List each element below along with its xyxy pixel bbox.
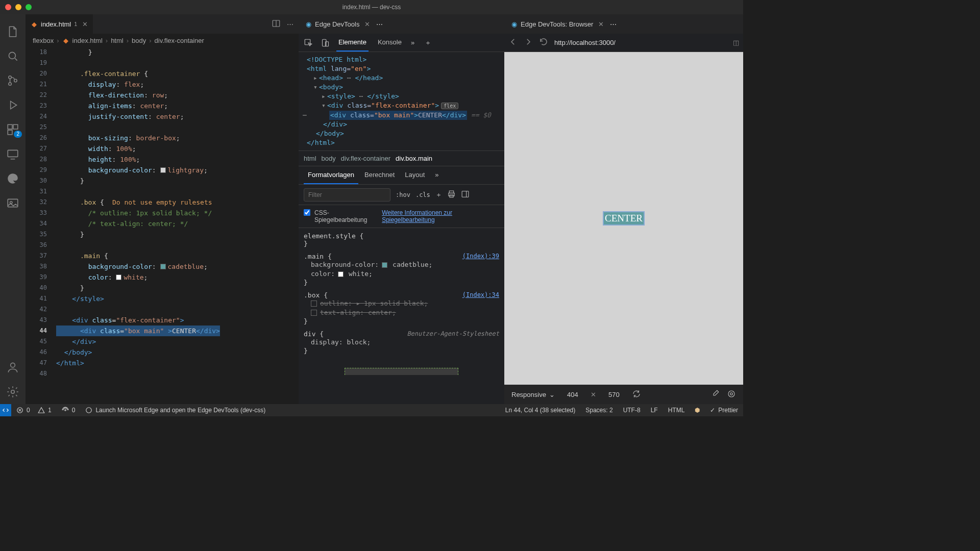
- status-spaces[interactable]: Spaces: 2: [580, 407, 618, 414]
- url-text[interactable]: http://localhost:3000/: [554, 39, 727, 46]
- viewport-mode[interactable]: Responsive ⌄: [511, 391, 555, 398]
- css-mirror-checkbox[interactable]: [304, 209, 310, 216]
- browser-preview[interactable]: CENTER: [504, 52, 743, 385]
- explorer-icon[interactable]: [1, 19, 25, 44]
- panel-icon[interactable]: [461, 190, 470, 200]
- css-mirror-link[interactable]: Weitere Informationen zur Spiegelbearbei…: [382, 209, 499, 223]
- code-editor[interactable]: 1819202122232425262728293031323334353637…: [26, 47, 299, 404]
- more-icon[interactable]: ⋯: [287, 20, 293, 28]
- more-icon[interactable]: ⋯: [376, 20, 383, 28]
- prop-toggle[interactable]: [311, 300, 317, 307]
- editor-tabbar: ◆ index.html 1 ✕ ⋯: [26, 14, 299, 34]
- editor-tab-index[interactable]: ◆ index.html 1 ✕: [26, 14, 93, 34]
- edge-icon: ◉: [510, 20, 518, 28]
- styles-filter-input[interactable]: [304, 188, 390, 202]
- svg-point-24: [86, 408, 92, 413]
- status-language[interactable]: HTML: [663, 407, 690, 414]
- status-selection[interactable]: Ln 44, Col 4 (38 selected): [500, 407, 580, 414]
- prop-toggle[interactable]: [311, 310, 317, 316]
- styles-tab[interactable]: Formatvorlagen: [304, 166, 358, 184]
- add-tab-icon[interactable]: ＋: [425, 38, 431, 47]
- target-icon[interactable]: [727, 389, 736, 400]
- breadcrumb-item[interactable]: index.html: [72, 37, 103, 44]
- nav-forward-icon[interactable]: [524, 37, 533, 48]
- dom-crumb[interactable]: body: [322, 155, 336, 162]
- close-icon[interactable]: ✕: [364, 20, 370, 28]
- account-icon[interactable]: [1, 355, 25, 380]
- preview-center-box: CENTER: [604, 212, 644, 224]
- status-prettier[interactable]: ✓ Prettier: [705, 407, 743, 414]
- viewport-width[interactable]: 404: [562, 391, 583, 398]
- svg-point-0: [9, 52, 15, 59]
- status-errors[interactable]: 0 1: [11, 407, 57, 414]
- edge-tools-icon[interactable]: [1, 166, 25, 191]
- svg-point-20: [728, 391, 734, 397]
- dom-crumb[interactable]: html: [304, 155, 316, 162]
- svg-rect-4: [8, 124, 12, 129]
- extensions-icon[interactable]: 2: [1, 117, 25, 142]
- new-style-icon[interactable]: ＋: [435, 190, 442, 199]
- console-tab[interactable]: Konsole: [376, 34, 404, 52]
- device-icon[interactable]: [320, 38, 329, 47]
- dom-tree[interactable]: <!DOCTYPE html> <html lang="en"> ▸<head>…: [299, 52, 504, 151]
- status-eol[interactable]: LF: [646, 407, 663, 414]
- browser-tab[interactable]: ◉ Edge DevTools: Browser ✕: [504, 14, 610, 34]
- status-eslint[interactable]: ⬢: [690, 407, 705, 414]
- rule-source-link[interactable]: (Index):39: [462, 253, 499, 260]
- html-file-icon: ◆: [31, 20, 38, 28]
- source-control-icon[interactable]: [1, 68, 25, 93]
- hov-toggle[interactable]: :hov: [396, 191, 410, 198]
- breadcrumb-item[interactable]: html: [111, 37, 124, 44]
- status-port[interactable]: 0: [57, 407, 81, 414]
- status-encoding[interactable]: UTF-8: [618, 407, 646, 414]
- dom-crumb[interactable]: div.flex-container: [341, 155, 390, 162]
- status-launch[interactable]: Launch Microsoft Edge and open the Edge …: [80, 407, 271, 414]
- more-icon[interactable]: ⋯: [610, 20, 617, 28]
- svg-rect-5: [13, 124, 18, 129]
- elements-tab[interactable]: Elemente: [336, 34, 369, 52]
- svg-rect-7: [8, 150, 18, 157]
- overflow-icon[interactable]: »: [431, 166, 443, 184]
- remote-icon[interactable]: [1, 142, 25, 166]
- cls-toggle[interactable]: .cls: [415, 191, 430, 198]
- dom-breadcrumbs: html body div.flex-container div.box.mai…: [299, 151, 504, 166]
- rotate-icon[interactable]: [632, 389, 641, 400]
- breadcrumb-item[interactable]: flexbox: [33, 37, 54, 44]
- inspect-icon[interactable]: [304, 38, 313, 47]
- tab-modified-count: 1: [74, 21, 77, 27]
- svg-point-10: [11, 363, 15, 367]
- nav-back-icon[interactable]: [508, 37, 518, 48]
- remote-indicator[interactable]: [0, 404, 11, 416]
- eyedropper-icon[interactable]: [710, 389, 720, 400]
- viewport-height[interactable]: 570: [603, 391, 625, 398]
- breadcrumb: flexbox› ◆index.html› html› body› div.fl…: [26, 34, 299, 47]
- breadcrumb-item[interactable]: body: [132, 37, 146, 44]
- split-editor-icon[interactable]: [272, 19, 281, 30]
- gear-icon[interactable]: [1, 380, 25, 404]
- run-debug-icon[interactable]: [1, 93, 25, 117]
- overflow-icon[interactable]: »: [411, 39, 414, 46]
- image-icon[interactable]: [1, 191, 25, 215]
- dom-crumb[interactable]: div.box.main: [396, 155, 432, 162]
- close-icon[interactable]: ✕: [598, 20, 604, 28]
- layout-tab[interactable]: Layout: [401, 166, 429, 184]
- tab-filename: index.html: [41, 20, 71, 28]
- breadcrumb-item[interactable]: div.flex-container: [155, 37, 204, 44]
- close-icon[interactable]: ✕: [82, 20, 88, 28]
- reload-icon[interactable]: [539, 37, 548, 48]
- devtools-tab[interactable]: ◉ Edge DevTools ✕: [299, 14, 376, 34]
- close-icon[interactable]: ✕: [591, 391, 596, 398]
- chevron-down-icon: ⌄: [549, 391, 555, 398]
- rule-source-link[interactable]: (Index):34: [462, 291, 499, 299]
- print-icon[interactable]: [447, 190, 456, 200]
- search-icon[interactable]: [1, 44, 25, 68]
- pin-icon[interactable]: ◫: [733, 39, 739, 46]
- devtools-tab-label: Edge DevTools: [315, 20, 359, 28]
- styles-rules[interactable]: element.style {} .main {(Index):39 backg…: [299, 228, 504, 404]
- window-title: index.html — dev-css: [0, 4, 743, 11]
- computed-tab[interactable]: Berechnet: [360, 166, 399, 184]
- styles-tabs: Formatvorlagen Berechnet Layout »: [299, 166, 504, 185]
- devtools-toolbar: Elemente Konsole » ＋: [299, 34, 504, 52]
- css-mirror-label: CSS-Spiegelbearbeitung: [314, 209, 378, 223]
- viewport-bar: Responsive ⌄ 404 ✕ 570: [504, 385, 743, 404]
